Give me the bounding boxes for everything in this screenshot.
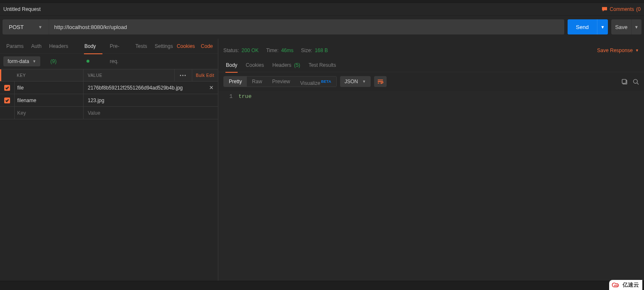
view-visualize[interactable]: VisualizeBETA bbox=[295, 76, 336, 87]
kv-more-button[interactable]: ••• bbox=[174, 69, 192, 81]
table-row-placeholder bbox=[0, 107, 218, 119]
request-tabs: Params Auth Headers (9) Body Pre-req. Te… bbox=[0, 39, 218, 54]
bulk-edit-link[interactable]: Bulk Edit bbox=[192, 69, 218, 81]
response-body: 1 true bbox=[218, 91, 644, 290]
size-label: Size: bbox=[301, 47, 312, 53]
response-content: true bbox=[238, 93, 251, 100]
status-label: Status: bbox=[223, 47, 239, 53]
kv-header-row: KEY VALUE ••• Bulk Edit bbox=[0, 69, 218, 82]
tab-tests[interactable]: Tests bbox=[132, 39, 151, 54]
view-mode-tabs: Pretty Raw Preview VisualizeBETA bbox=[223, 76, 337, 87]
tab-body[interactable]: Body bbox=[81, 39, 106, 54]
kv-key-input[interactable] bbox=[17, 110, 83, 116]
resp-tab-headers[interactable]: Headers (5) bbox=[268, 58, 304, 72]
status-bar bbox=[0, 281, 644, 290]
row-enabled-checkbox[interactable] bbox=[4, 85, 10, 91]
request-bar: POST ▼ Send ▼ Save ▼ bbox=[0, 16, 644, 39]
comment-icon bbox=[602, 7, 607, 12]
save-response-label: Save Response bbox=[597, 47, 633, 53]
table-row bbox=[0, 94, 218, 107]
wrap-icon bbox=[377, 79, 384, 84]
svg-point-4 bbox=[614, 285, 615, 286]
send-dropdown-button[interactable]: ▼ bbox=[597, 19, 608, 34]
request-title: Untitled Request bbox=[3, 6, 41, 12]
code-link[interactable]: Code bbox=[201, 43, 213, 49]
wrap-lines-button[interactable] bbox=[374, 76, 387, 87]
language-value: JSON bbox=[345, 79, 358, 84]
cloud-icon bbox=[612, 282, 621, 288]
kv-value-input[interactable] bbox=[88, 85, 218, 91]
time-value: 46ms bbox=[281, 47, 293, 53]
comments-count: (0 bbox=[636, 6, 641, 12]
kv-value-input[interactable] bbox=[88, 110, 218, 116]
tab-settings[interactable]: Settings bbox=[151, 39, 177, 54]
body-type-value: form-data bbox=[8, 58, 29, 64]
kv-key-header: KEY bbox=[14, 73, 83, 78]
check-icon bbox=[5, 98, 9, 103]
comments-label: Comments bbox=[610, 6, 634, 12]
send-button[interactable]: Send bbox=[568, 19, 597, 34]
resp-headers-count-badge: (5) bbox=[294, 62, 300, 68]
chevron-down-icon: ▼ bbox=[32, 59, 36, 63]
watermark-text: 亿速云 bbox=[623, 281, 639, 289]
svg-line-3 bbox=[637, 83, 639, 84]
view-raw[interactable]: Raw bbox=[247, 76, 267, 87]
language-select[interactable]: JSON ▼ bbox=[340, 76, 371, 87]
headers-count-badge: (9) bbox=[50, 58, 57, 64]
search-icon[interactable] bbox=[633, 79, 639, 85]
chevron-down-icon: ▼ bbox=[634, 25, 639, 29]
kv-key-input[interactable] bbox=[17, 98, 83, 103]
resp-tab-cookies[interactable]: Cookies bbox=[241, 58, 268, 72]
request-pane: Params Auth Headers (9) Body Pre-req. Te… bbox=[0, 39, 218, 290]
copy-icon[interactable] bbox=[621, 79, 628, 85]
response-pane: Status: 200 OK Time: 46ms Size: 168 B Sa… bbox=[218, 39, 644, 290]
save-button[interactable]: Save bbox=[611, 19, 631, 34]
http-method-select[interactable]: POST ▼ bbox=[3, 19, 49, 34]
watermark: 亿速云 bbox=[609, 280, 642, 290]
svg-point-2 bbox=[634, 79, 637, 83]
kv-key-input[interactable] bbox=[17, 85, 83, 91]
time-label: Time: bbox=[266, 47, 279, 53]
resp-tab-test-results[interactable]: Test Results bbox=[304, 58, 340, 72]
kv-value-header: VALUE bbox=[83, 69, 174, 81]
modified-dot-icon bbox=[86, 60, 89, 63]
svg-point-5 bbox=[616, 285, 618, 286]
status-value: 200 OK bbox=[241, 47, 259, 53]
save-response-button[interactable]: Save Response ▼ bbox=[597, 47, 639, 53]
chevron-down-icon: ▼ bbox=[38, 25, 42, 29]
svg-rect-1 bbox=[622, 79, 626, 83]
view-pretty[interactable]: Pretty bbox=[224, 76, 247, 87]
chevron-down-icon: ▼ bbox=[362, 79, 366, 84]
response-view-controls: Pretty Raw Preview VisualizeBETA JSON ▼ bbox=[218, 72, 644, 91]
cookies-link[interactable]: Cookies bbox=[177, 43, 195, 49]
tab-prereq[interactable]: Pre-req. bbox=[106, 39, 131, 54]
body-type-select[interactable]: form-data ▼ bbox=[3, 56, 40, 66]
row-enabled-checkbox[interactable] bbox=[4, 98, 10, 103]
beta-badge: BETA bbox=[321, 79, 331, 84]
table-row: ✕ bbox=[0, 82, 218, 94]
tab-headers[interactable]: Headers (9) bbox=[45, 39, 81, 54]
chevron-down-icon: ▼ bbox=[601, 25, 605, 29]
line-number: 1 bbox=[218, 93, 238, 100]
kv-value-input[interactable] bbox=[88, 98, 218, 103]
comments-link[interactable]: Comments (0 bbox=[602, 6, 641, 12]
tab-auth[interactable]: Auth bbox=[27, 39, 45, 54]
http-method-value: POST bbox=[9, 24, 24, 30]
url-input[interactable] bbox=[49, 19, 564, 34]
resp-tab-body[interactable]: Body bbox=[222, 58, 241, 72]
check-icon bbox=[5, 86, 9, 90]
size-value: 168 B bbox=[315, 47, 328, 53]
tab-params[interactable]: Params bbox=[3, 39, 27, 54]
chevron-down-icon: ▼ bbox=[635, 48, 639, 53]
save-dropdown-button[interactable]: ▼ bbox=[631, 19, 641, 34]
title-bar: Untitled Request Comments (0 bbox=[0, 3, 644, 16]
clear-icon[interactable]: ✕ bbox=[209, 84, 214, 91]
response-status-bar: Status: 200 OK Time: 46ms Size: 168 B Sa… bbox=[218, 39, 644, 58]
response-tabs: Body Cookies Headers (5) Test Results bbox=[218, 58, 644, 72]
view-preview[interactable]: Preview bbox=[267, 76, 295, 87]
